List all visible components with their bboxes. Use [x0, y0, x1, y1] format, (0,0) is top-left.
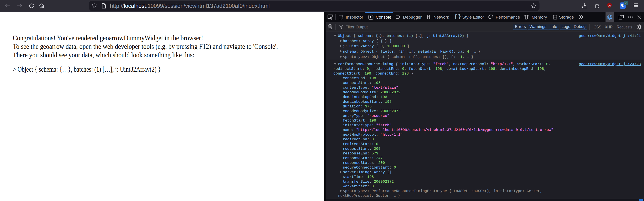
svg-text:uO: uO — [608, 4, 611, 7]
